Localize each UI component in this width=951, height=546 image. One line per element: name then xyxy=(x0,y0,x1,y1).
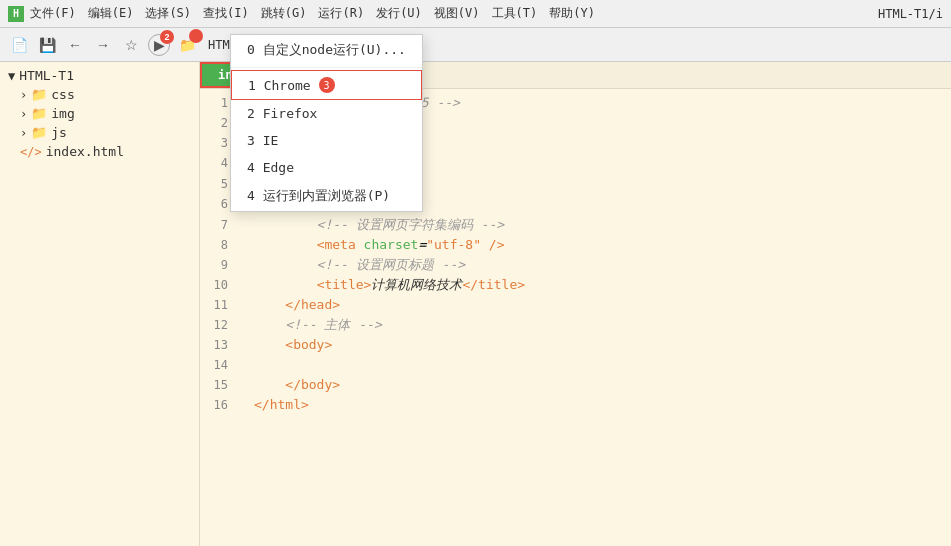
folder-icon: 📁 xyxy=(31,87,47,102)
chevron-down-icon: ▼ xyxy=(8,69,15,83)
code-line-15: 15 </body> xyxy=(200,375,951,395)
line-num-14: 14 xyxy=(200,355,236,375)
line-num-12: 12 xyxy=(200,315,236,335)
code-content-10: <title>计算机网络技术</title> xyxy=(250,275,525,295)
line-num-7: 7 xyxy=(200,215,236,235)
star-button[interactable]: ☆ xyxy=(120,34,142,56)
code-line-14: 14 xyxy=(200,355,951,375)
dropdown-item-chrome[interactable]: 1 Chrome 3 xyxy=(231,70,422,100)
sidebar-root[interactable]: ▼ HTML-T1 xyxy=(0,66,199,85)
menu-select[interactable]: 选择(S) xyxy=(145,5,191,22)
run-badge: 2 xyxy=(160,30,174,44)
dropdown-chrome-badge: 3 xyxy=(319,77,335,93)
title-right: HTML-T1/i xyxy=(878,7,943,21)
dropdown-label-edge: 4 Edge xyxy=(247,160,294,175)
code-line-7: 7 <!-- 设置网页字符集编码 --> xyxy=(200,215,951,235)
dropdown-label-firefox: 2 Firefox xyxy=(247,106,317,121)
chevron-right-icon-js: › xyxy=(20,126,27,140)
dropdown-item-ie[interactable]: 3 IE xyxy=(231,127,422,154)
dropdown-label-builtin: 4 运行到内置浏览器(P) xyxy=(247,187,390,205)
menu-jump[interactable]: 跳转(G) xyxy=(261,5,307,22)
sidebar-root-label: HTML-T1 xyxy=(19,68,74,83)
new-file-button[interactable]: 📄 xyxy=(8,34,30,56)
line-num-9: 9 xyxy=(200,255,236,275)
back-button[interactable]: ← xyxy=(64,34,86,56)
dropdown-item-custom[interactable]: 0 自定义node运行(U)... xyxy=(231,35,422,65)
sidebar-item-css[interactable]: › 📁 css xyxy=(0,85,199,104)
folder-icon-img: 📁 xyxy=(31,106,47,121)
menu-edit[interactable]: 编辑(E) xyxy=(88,5,134,22)
code-content-11: </head> xyxy=(250,295,340,315)
html-file-icon: </> xyxy=(20,145,42,159)
line-num-13: 13 xyxy=(200,335,236,355)
code-line-16: 16 </html> xyxy=(200,395,951,415)
line-num-8: 8 xyxy=(200,235,236,255)
chevron-right-icon: › xyxy=(20,88,27,102)
code-line-12: 12 <!-- 主体 --> xyxy=(200,315,951,335)
main-layout: ▼ HTML-T1 › 📁 css › 📁 img › 📁 js </> ind… xyxy=(0,62,951,546)
sidebar-item-indexhtml[interactable]: </> index.html xyxy=(0,142,199,161)
code-content-8: <meta charset="utf-8" /> xyxy=(250,235,505,255)
menu-help[interactable]: 帮助(Y) xyxy=(549,5,595,22)
code-content-15: </body> xyxy=(250,375,340,395)
dropdown-item-firefox[interactable]: 2 Firefox xyxy=(231,100,422,127)
code-content-9: <!-- 设置网页标题 --> xyxy=(250,255,465,275)
code-line-10: 10 <title>计算机网络技术</title> xyxy=(200,275,951,295)
code-line-8: 8 <meta charset="utf-8" /> xyxy=(200,235,951,255)
dropdown-label-custom: 0 自定义node运行(U)... xyxy=(247,41,406,59)
dropdown-label-chrome: 1 Chrome xyxy=(248,78,311,93)
line-num-10: 10 xyxy=(200,275,236,295)
code-content-7: <!-- 设置网页字符集编码 --> xyxy=(250,215,504,235)
browser-dropdown: 0 自定义node运行(U)... 1 Chrome 3 2 Firefox 3… xyxy=(230,34,423,212)
menu-publish[interactable]: 发行(U) xyxy=(376,5,422,22)
folder-icon-js: 📁 xyxy=(31,125,47,140)
dropdown-label-ie: 3 IE xyxy=(247,133,278,148)
dropdown-item-builtin[interactable]: 4 运行到内置浏览器(P) xyxy=(231,181,422,211)
chevron-right-icon-img: › xyxy=(20,107,27,121)
sidebar-label-css: css xyxy=(51,87,74,102)
app-logo: H xyxy=(8,6,24,22)
menu-view[interactable]: 视图(V) xyxy=(434,5,480,22)
line-num-11: 11 xyxy=(200,295,236,315)
sidebar-label-img: img xyxy=(51,106,74,121)
code-content-12: <!-- 主体 --> xyxy=(250,315,382,335)
sidebar-label-js: js xyxy=(51,125,67,140)
save-button[interactable]: 💾 xyxy=(36,34,58,56)
folder-badge xyxy=(189,29,203,43)
code-line-11: 11 </head> xyxy=(200,295,951,315)
line-num-15: 15 xyxy=(200,375,236,395)
sidebar: ▼ HTML-T1 › 📁 css › 📁 img › 📁 js </> ind… xyxy=(0,62,200,546)
menu-find[interactable]: 查找(I) xyxy=(203,5,249,22)
run-button[interactable]: ▶ 2 xyxy=(148,34,170,56)
line-num-16: 16 xyxy=(200,395,236,415)
code-content-13: <body> xyxy=(250,335,332,355)
forward-button[interactable]: → xyxy=(92,34,114,56)
menu-tools[interactable]: 工具(T) xyxy=(492,5,538,22)
sidebar-item-img[interactable]: › 📁 img xyxy=(0,104,199,123)
title-bar: H 文件(F) 编辑(E) 选择(S) 查找(I) 跳转(G) 运行(R) 发行… xyxy=(0,0,951,28)
code-line-9: 9 <!-- 设置网页标题 --> xyxy=(200,255,951,275)
dropdown-item-edge[interactable]: 4 Edge xyxy=(231,154,422,181)
code-content-16: </html> xyxy=(250,395,309,415)
menu-run[interactable]: 运行(R) xyxy=(318,5,364,22)
folder-icon-button[interactable]: 📁 xyxy=(176,34,198,56)
menu-bar: 文件(F) 编辑(E) 选择(S) 查找(I) 跳转(G) 运行(R) 发行(U… xyxy=(30,5,878,22)
code-line-13: 13 <body> xyxy=(200,335,951,355)
sidebar-item-js[interactable]: › 📁 js xyxy=(0,123,199,142)
menu-file[interactable]: 文件(F) xyxy=(30,5,76,22)
toolbar: 📄 💾 ← → ☆ ▶ 2 📁 HTML-T1 › index.html 1 xyxy=(0,28,951,62)
sidebar-label-indexhtml: index.html xyxy=(46,144,124,159)
dropdown-divider xyxy=(231,67,422,68)
